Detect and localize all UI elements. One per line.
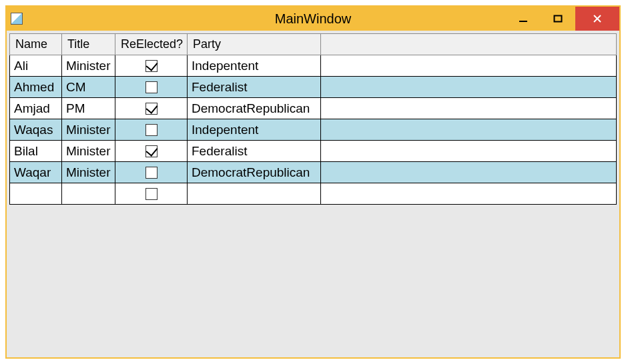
cell-reelected[interactable] — [115, 141, 188, 162]
checkbox-icon[interactable] — [145, 60, 158, 72]
table-row[interactable]: Bilal Minister Federalist — [10, 141, 617, 162]
titlebar[interactable]: MainWindow — [7, 7, 619, 31]
cell-party[interactable] — [188, 183, 321, 205]
cell-filler — [321, 77, 617, 98]
cell-title[interactable]: Minister — [62, 55, 115, 77]
cell-filler — [321, 183, 617, 205]
maximize-button[interactable] — [541, 7, 575, 31]
cell-title[interactable]: Minister — [62, 162, 115, 183]
cell-title[interactable]: PM — [62, 98, 115, 119]
cell-name[interactable]: Bilal — [10, 141, 62, 162]
cell-filler — [321, 141, 617, 162]
cell-reelected[interactable] — [115, 162, 188, 183]
checkbox-icon[interactable] — [145, 81, 158, 93]
minimize-icon — [519, 14, 528, 23]
checkbox-icon[interactable] — [145, 145, 158, 157]
cell-filler — [321, 98, 617, 119]
header-row: Name Title ReElected? Party — [10, 34, 617, 55]
close-icon — [593, 14, 602, 23]
checkbox-icon[interactable] — [145, 103, 158, 115]
cell-filler — [321, 162, 617, 183]
table-row[interactable]: Ali Minister Indepentent — [10, 55, 617, 77]
window-controls — [506, 7, 619, 31]
cell-title[interactable]: Minister — [62, 141, 115, 162]
svg-rect-1 — [555, 16, 562, 22]
cell-reelected[interactable] — [115, 98, 188, 119]
col-header-party[interactable]: Party — [188, 34, 321, 55]
main-window: MainWindow Name Title — [5, 5, 621, 359]
cell-party[interactable]: Indepentent — [188, 119, 321, 141]
cell-name[interactable]: Amjad — [10, 98, 62, 119]
table-row[interactable]: Amjad PM DemocratRepublican — [10, 98, 617, 119]
client-area: Name Title ReElected? Party Ali Minister… — [7, 31, 619, 357]
cell-filler — [321, 119, 617, 141]
cell-filler — [321, 55, 617, 77]
table-row[interactable]: Waqar Minister DemocratRepublican — [10, 162, 617, 183]
cell-party[interactable]: Indepentent — [188, 55, 321, 77]
cell-name[interactable] — [10, 183, 62, 205]
checkbox-icon[interactable] — [145, 167, 158, 179]
close-button[interactable] — [575, 7, 619, 31]
cell-party[interactable]: DemocratRepublican — [188, 98, 321, 119]
cell-title[interactable] — [62, 183, 115, 205]
new-row[interactable] — [10, 183, 617, 205]
cell-name[interactable]: Waqar — [10, 162, 62, 183]
cell-reelected[interactable] — [115, 183, 188, 205]
cell-name[interactable]: Ahmed — [10, 77, 62, 98]
cell-title[interactable]: Minister — [62, 119, 115, 141]
cell-title[interactable]: CM — [62, 77, 115, 98]
minimize-button[interactable] — [506, 7, 541, 31]
maximize-icon — [553, 14, 563, 23]
col-header-reelected[interactable]: ReElected? — [115, 34, 188, 55]
cell-name[interactable]: Waqas — [10, 119, 62, 141]
col-header-name[interactable]: Name — [10, 34, 62, 55]
col-header-title[interactable]: Title — [62, 34, 115, 55]
app-icon[interactable] — [11, 13, 23, 25]
cell-name[interactable]: Ali — [10, 55, 62, 77]
cell-party[interactable]: DemocratRepublican — [188, 162, 321, 183]
data-grid[interactable]: Name Title ReElected? Party Ali Minister… — [9, 33, 617, 205]
checkbox-icon[interactable] — [145, 124, 158, 136]
cell-party[interactable]: Federalist — [188, 141, 321, 162]
cell-party[interactable]: Federalist — [188, 77, 321, 98]
table-row[interactable]: Waqas Minister Indepentent — [10, 119, 617, 141]
col-header-filler[interactable] — [321, 34, 617, 55]
cell-reelected[interactable] — [115, 77, 188, 98]
cell-reelected[interactable] — [115, 119, 188, 141]
cell-reelected[interactable] — [115, 55, 188, 77]
checkbox-icon[interactable] — [145, 188, 158, 200]
table-row[interactable]: Ahmed CM Federalist — [10, 77, 617, 98]
